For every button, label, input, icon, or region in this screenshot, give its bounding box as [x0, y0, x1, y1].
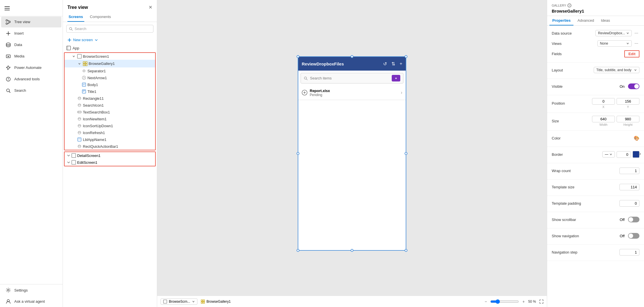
selection-handle-bm[interactable] [351, 249, 353, 252]
tree-item-edit-screen1[interactable]: EditScreen1 [65, 159, 155, 166]
wrap-count-input[interactable]: 1 [619, 168, 639, 174]
left-sidebar: Tree view Insert Data Media Power Automa… [0, 0, 63, 307]
navigation-step-input[interactable]: 1 [619, 249, 639, 256]
refresh-header-icon[interactable]: ↺ [383, 61, 387, 67]
show-scrollbar-label: Show scrollbar [552, 218, 586, 222]
tree-item-icon-refresh1[interactable]: IconRefresh1 [65, 129, 155, 136]
sidebar-item-data[interactable]: Data [1, 39, 61, 50]
zoom-minus-button[interactable]: − [483, 299, 488, 304]
tab-properties[interactable]: Properties [549, 16, 573, 25]
tab-screens[interactable]: Screens [67, 12, 84, 22]
layout-dropdown[interactable]: Title, subtitle, and body [594, 67, 639, 73]
selection-handle-tr[interactable] [405, 55, 407, 58]
tree-item-browse-screen1[interactable]: BrowseScreen1 [65, 53, 155, 60]
tree-panel-close-button[interactable]: ✕ [149, 5, 152, 10]
tree-panel-header: Tree view ✕ [63, 0, 157, 12]
sidebar-item-settings[interactable]: Settings [1, 285, 61, 296]
selection-handle-tm[interactable] [351, 55, 353, 58]
sidebar-item-ask-agent[interactable]: Ask a virtual agent [1, 296, 61, 307]
selection-handle-bl[interactable] [297, 249, 299, 252]
sidebar-item-search[interactable]: Search [1, 85, 61, 96]
tree-item-next-arrow1[interactable]: NextArrow1 [65, 74, 155, 81]
tab-advanced[interactable]: Advanced [575, 16, 597, 25]
app-search-input[interactable] [310, 76, 389, 80]
tree-item-lbl-app-name1[interactable]: LblAppName1 [65, 136, 155, 143]
new-screen-label: New screen [73, 38, 93, 42]
tree-item-body1[interactable]: Body1 [65, 81, 155, 88]
browse-screen1-label: BrowseScreen1 [83, 54, 153, 59]
tree-item-rectangle11[interactable]: Rectangle11 [65, 95, 155, 102]
svg-rect-1 [5, 8, 10, 9]
show-navigation-toggle[interactable] [628, 233, 639, 239]
views-dropdown[interactable]: None [597, 40, 632, 47]
show-navigation-value: Off [586, 233, 639, 239]
selection-handle-tl[interactable] [297, 55, 299, 58]
tree-item-rect-quick-action-bar1[interactable]: RectQuickActionBar1 [65, 143, 155, 150]
navigation-off-label: Off [620, 234, 625, 238]
app-list-item[interactable]: Report.xlsx Pending › [298, 86, 406, 100]
selection-handle-br[interactable] [405, 249, 407, 252]
new-screen-button[interactable]: New screen [64, 36, 156, 44]
sidebar-item-tree-view[interactable]: Tree view [1, 17, 61, 27]
size-width-input[interactable]: 640 [592, 116, 615, 122]
sidebar-item-advanced-tools[interactable]: Advanced tools [1, 74, 61, 85]
border-value-input[interactable]: 0 [617, 151, 631, 158]
tree-item-icon-new-item1[interactable]: IconNewItem1 [65, 115, 155, 122]
hamburger-icon[interactable] [2, 3, 60, 13]
views-value-text: None [600, 41, 608, 45]
zoom-slider[interactable] [490, 299, 519, 304]
position-y-input[interactable]: 156 [617, 98, 639, 105]
tree-item-search-icon1[interactable]: SearchIcon1 [65, 102, 155, 109]
tree-item-browse-gallery1[interactable]: BrowseGallery1 ··· [65, 60, 155, 67]
views-more-button[interactable]: ··· [633, 40, 639, 47]
prop-row-border: Border — 0 [552, 150, 639, 159]
sidebar-item-media[interactable]: Media [1, 51, 61, 62]
selection-handle-ml[interactable] [297, 152, 299, 155]
screen-status-dropdown[interactable]: BrowseScrn... [161, 298, 197, 305]
sort-header-icon[interactable]: ⇅ [391, 61, 395, 67]
tree-item-detail-screen1[interactable]: DetailScreen1 [65, 152, 155, 159]
tree-item-icon-sort-updown1[interactable]: IconSortUpDown1 [65, 122, 155, 129]
app-search-action-button[interactable] [392, 75, 400, 81]
sidebar-label-insert: Insert [14, 31, 24, 35]
prop-section-template-padding: Template padding 0 [547, 196, 644, 212]
size-height-input[interactable]: 980 [617, 116, 639, 122]
help-icon[interactable]: ? [567, 3, 571, 7]
tree-item-separator1[interactable]: Separator1 [65, 67, 155, 74]
zoom-plus-button[interactable]: + [521, 299, 526, 304]
app-search-bar[interactable] [301, 73, 403, 83]
visible-toggle[interactable] [628, 83, 639, 89]
app-item[interactable]: App [63, 44, 157, 52]
tab-ideas[interactable]: Ideas [598, 16, 613, 25]
position-x-input[interactable]: 0 [592, 98, 615, 105]
svg-point-54 [79, 125, 79, 126]
show-scrollbar-toggle[interactable] [628, 217, 639, 222]
tree-item-title1[interactable]: Title1 [65, 88, 155, 95]
border-style-text: — [605, 152, 608, 156]
fields-edit-button[interactable]: Edit [624, 50, 639, 57]
svg-point-44 [80, 98, 81, 99]
datasource-dropdown[interactable]: ReviewDropbox... [595, 30, 632, 36]
right-panel-expand-button[interactable] [638, 151, 642, 156]
tree-item-text-search-box1[interactable]: TextSearchBox1 [65, 109, 155, 115]
navigation-step-value: 1 [586, 249, 639, 256]
body1-label: Body1 [87, 83, 153, 87]
tree-search-box[interactable] [66, 25, 153, 33]
sidebar-item-power-automate[interactable]: Power Automate [1, 62, 61, 73]
svg-rect-75 [201, 300, 203, 301]
sidebar-item-insert[interactable]: Insert [1, 28, 61, 39]
prop-section-template-size: Template size 114 [547, 180, 644, 196]
gallery-status-label: BrowseGallery1 [201, 300, 231, 304]
datasource-more-button[interactable]: ··· [633, 30, 639, 36]
selection-handle-mr[interactable] [405, 152, 407, 155]
tree-search-input[interactable] [75, 27, 151, 31]
template-size-input[interactable]: 114 [619, 184, 639, 190]
color-picker-icon[interactable]: 🎨 [634, 135, 639, 141]
fullscreen-button[interactable] [539, 299, 543, 304]
app-label: App [73, 46, 79, 50]
border-style-dropdown[interactable]: — [602, 151, 615, 158]
add-header-icon[interactable]: + [400, 61, 402, 67]
prop-section-border: Border — 0 [547, 147, 644, 163]
template-padding-input[interactable]: 0 [619, 200, 639, 207]
tab-components[interactable]: Components [89, 12, 112, 22]
